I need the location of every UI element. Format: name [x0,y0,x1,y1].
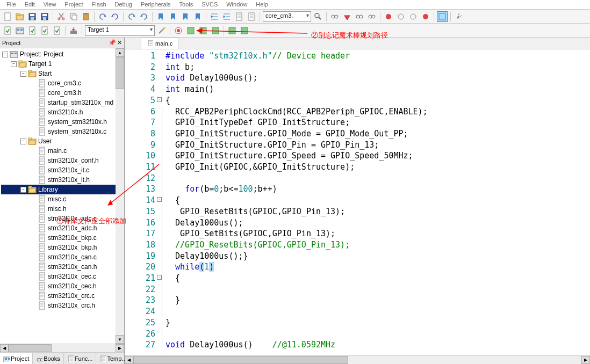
menu-peripherals[interactable]: Peripherals [136,1,175,8]
components-button[interactable] [210,25,221,36]
tree-node[interactable]: stm32f10x_it.c [1,165,123,175]
copy-button[interactable] [68,11,79,22]
editor-hscrollbar[interactable]: ◀ ▶ [125,355,590,364]
tree-node[interactable]: stm32f10x.h [1,107,123,117]
menu-help[interactable]: Help [251,1,272,8]
tree-node[interactable]: −Project: Project [1,49,123,59]
tree-node[interactable]: stm32f10x_crc.c [1,291,123,301]
tree-node[interactable]: stm32f10x_bkp.h [1,243,123,252]
window-button[interactable] [437,11,448,22]
tree-node[interactable]: stm32f10x_can.c [1,252,123,262]
scroll-track[interactable] [9,344,116,352]
download-button[interactable] [68,25,79,36]
redo-button[interactable] [110,11,120,22]
tree-node[interactable]: stm32f10x_it.h [1,175,123,185]
comment-button[interactable] [234,11,244,22]
nav-fwd-button[interactable] [139,11,149,22]
tree-node[interactable]: startup_stm32f10x_md [1,98,123,107]
horizontal-scrollbar[interactable]: ◀ ▶ [0,344,124,352]
debug2-button[interactable] [239,25,250,36]
target-select[interactable]: Target 1 [85,25,155,36]
menu-project[interactable]: Project [60,1,87,8]
find-button[interactable] [313,11,323,22]
menu-tools[interactable]: Tools [175,1,198,8]
save-all-button[interactable] [39,11,50,22]
editor-tab[interactable]: main.c [141,38,178,49]
tree-node[interactable]: −Library [1,185,123,194]
tree-node[interactable]: stm32f10x_bkp.c [1,233,123,243]
run-button[interactable] [227,25,238,36]
outdent-button[interactable] [221,11,232,22]
scroll-up-button[interactable]: ▲ [116,48,124,57]
tree-toggle-icon[interactable]: − [2,52,8,57]
glasses2-button[interactable] [354,11,365,22]
nav-back-button[interactable] [126,11,137,22]
fold-icon[interactable]: - [157,197,162,202]
panel-tab-func[interactable]: Func... [64,353,97,364]
tree-toggle-icon[interactable]: − [11,61,17,67]
rebuild-button[interactable] [27,25,38,36]
menu-svcs[interactable]: SVCS [197,1,222,8]
tree-node[interactable]: stm32f10x_can.h [1,262,123,272]
find-combo[interactable]: core_cm3. [263,11,311,22]
code-area[interactable]: 1234567891011121314151617181920212223242… [125,49,590,355]
bookmark-button[interactable] [155,11,166,22]
tree-node[interactable]: stm32f10x_crc.h [1,301,123,310]
panel-pin-icon[interactable]: 📌 [109,39,116,46]
scroll-left-button[interactable]: ◀ [0,344,9,352]
configure-button[interactable] [454,11,464,22]
code-editor[interactable]: #include "stm32f10x.h"// Device headerin… [162,49,590,355]
breakpoint-button[interactable] [383,11,394,22]
scroll-track[interactable] [116,57,124,335]
menu-debug[interactable]: Debug [111,1,136,8]
panel-tab-books[interactable]: Books [33,353,64,364]
tree-node[interactable]: misc.c [1,194,123,204]
build-all-button[interactable] [15,25,25,36]
uncomment-button[interactable] [246,11,257,22]
menu-file[interactable]: File [2,1,20,8]
debug-button[interactable] [329,11,340,22]
tree-node[interactable]: main.c [1,146,123,156]
panel-close-icon[interactable]: ✕ [117,39,122,46]
scroll-right-button[interactable]: ▶ [116,344,124,352]
vertical-scrollbar[interactable]: ▲ ▼ [116,48,124,344]
menu-window[interactable]: Window [222,1,251,8]
paste-button[interactable] [81,11,91,22]
menu-flash[interactable]: Flash [88,1,111,8]
tree-toggle-icon[interactable]: − [20,187,26,193]
stop-build-button[interactable] [52,25,62,36]
tree-node[interactable]: system_stm32f10x.h [1,117,123,127]
scroll-thumb[interactable] [133,356,348,364]
bookmark-prev-button[interactable] [168,11,178,22]
tree-node[interactable]: stm32f10x_cec.c [1,272,123,281]
fold-icon[interactable]: - [157,97,162,102]
indent-button[interactable] [209,11,220,22]
cut-button[interactable] [56,11,67,22]
bp-kill-button[interactable] [420,11,431,22]
tree-node[interactable]: core_cm3.h [1,88,123,98]
tree-node[interactable]: misc.h [1,204,123,214]
options-button[interactable] [156,25,167,36]
bp-enable-button[interactable] [395,11,406,22]
menu-edit[interactable]: Edit [20,1,39,8]
tree-node[interactable]: −User [1,136,123,146]
books-button[interactable] [198,25,208,36]
build-button[interactable] [2,25,13,36]
tree-node[interactable]: stm32f10x_cec.h [1,281,123,291]
fold-icon[interactable]: - [157,275,162,280]
glasses3-button[interactable] [366,11,377,22]
scroll-down-button[interactable]: ▼ [116,335,124,344]
tree-node[interactable]: −Start [1,69,123,78]
bookmark-clear-button[interactable] [192,11,203,22]
tree-view[interactable]: −Project: Project−Target 1−Startcore_cm3… [0,48,124,344]
menu-view[interactable]: View [39,1,61,8]
scroll-thumb[interactable] [116,57,124,89]
undo-button[interactable] [97,11,108,22]
tree-node[interactable]: core_cm3.c [1,78,123,88]
save-button[interactable] [27,11,38,22]
panel-tab-project[interactable]: Project [0,353,33,364]
tree-toggle-icon[interactable]: − [20,71,26,77]
scroll-right-button[interactable]: ▶ [581,356,590,364]
manage-button[interactable] [173,25,184,36]
new-file-button[interactable] [2,11,13,22]
